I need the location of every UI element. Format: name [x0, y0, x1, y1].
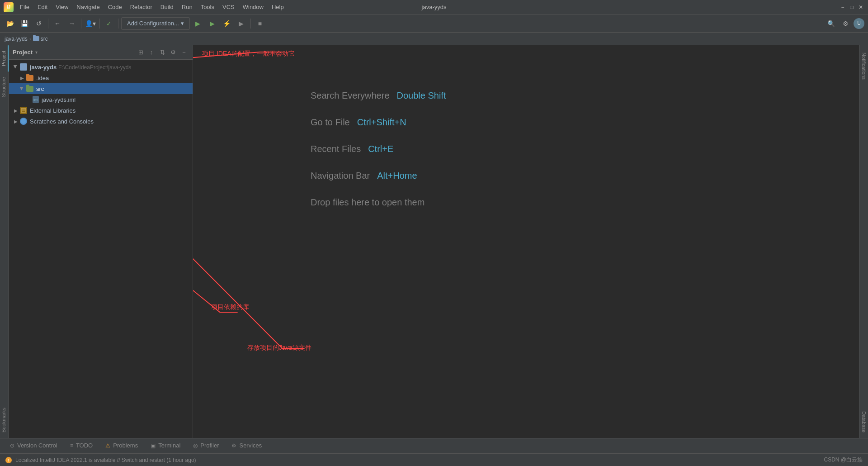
menu-tools[interactable]: Tools [197, 3, 218, 11]
title-bar-left: IJ File Edit View Navigate Code Refactor… [4, 2, 288, 12]
terminal-tab[interactable]: ▣ Terminal [144, 438, 187, 454]
structure-tab[interactable]: Structure [0, 71, 9, 103]
search-everywhere-button[interactable]: 🔍 [825, 17, 837, 30]
menu-refactor[interactable]: Refactor [127, 3, 156, 11]
forward-button[interactable]: → [66, 17, 78, 30]
welcome-row-search: Search Everywhere Double Shift [311, 90, 446, 101]
stop-button[interactable]: ■ [254, 17, 266, 30]
terminal-icon: ▣ [151, 442, 156, 449]
search-everywhere-shortcut: Double Shift [397, 90, 446, 101]
settings-panel-button[interactable]: ⚙ [168, 48, 178, 57]
menu-help[interactable]: Help [268, 3, 288, 11]
notifications-tab[interactable]: Notifications [860, 47, 868, 85]
project-panel: Project ▾ ⊞ ↕ ⇅ ⚙ − ▶ java-yyds E:\Code\… [9, 45, 193, 438]
problems-tab[interactable]: ⚠ Problems [99, 438, 144, 454]
breadcrumb: java-yyds › src [0, 33, 868, 45]
menu-file[interactable]: File [16, 3, 33, 11]
version-control-icon: ⊙ [10, 442, 14, 449]
debug-button[interactable]: ▶ [206, 17, 219, 30]
breadcrumb-project[interactable]: java-yyds [5, 36, 28, 42]
tree-arrow-idea: ▶ [19, 75, 25, 81]
sync-button[interactable]: ↺ [33, 17, 45, 30]
services-tab[interactable]: ⚙ Services [225, 438, 268, 454]
database-tab[interactable]: Database [860, 406, 868, 438]
tree-item-extlib[interactable]: ▶ External Libraries [9, 105, 193, 116]
menu-run[interactable]: Run [178, 3, 196, 11]
menu-view[interactable]: View [52, 3, 72, 11]
tree-arrow-extlib: ▶ [13, 107, 19, 114]
run-button[interactable]: ▶ [192, 17, 204, 30]
tree-item-scratch[interactable]: ▶ Scratches and Consoles [9, 116, 193, 127]
tree-item-src[interactable]: ▶ src [9, 83, 193, 94]
annotation-deps: 项目依赖的库 [211, 303, 249, 311]
toolbar-separator-4 [118, 19, 118, 29]
toolbar-separator-2 [81, 19, 81, 29]
tree-item-idea[interactable]: ▶ .idea [9, 72, 193, 83]
tree-label-extlib: External Libraries [30, 107, 75, 114]
menu-code[interactable]: Code [104, 3, 126, 11]
config-chevron-icon: ▾ [181, 20, 184, 27]
nav-bar-shortcut: Alt+Home [377, 171, 417, 181]
breadcrumb-separator: › [29, 36, 31, 42]
version-control-label: Version Control [17, 442, 57, 449]
profile-button[interactable]: 👤▾ [84, 17, 97, 30]
toolbar-right: 🔍 ⚙ U [825, 17, 864, 30]
editor-area: 项目 IDEA的配置，一般不会动它 Search Everywhere Doub… [193, 45, 859, 438]
collapse-all-button[interactable]: ↕ [146, 48, 156, 57]
add-configuration-button[interactable]: Add Configuration... ▾ [121, 17, 190, 30]
minimize-button[interactable]: − [839, 4, 846, 11]
panel-actions: ⊞ ↕ ⇅ ⚙ − [136, 48, 189, 57]
panel-title-chevron-icon[interactable]: ▾ [35, 50, 38, 55]
menu-vcs[interactable]: VCS [219, 3, 238, 11]
title-bar: IJ File Edit View Navigate Code Refactor… [0, 0, 868, 14]
problems-icon: ⚠ [105, 442, 110, 449]
bookmarks-tab[interactable]: Bookmarks [0, 402, 9, 438]
welcome-row-goto: Go to File Ctrl+Shift+N [311, 117, 446, 128]
save-button[interactable]: 💾 [18, 17, 31, 30]
status-csdn: CSDN @白云族 [824, 456, 863, 464]
maximize-button[interactable]: □ [848, 4, 855, 11]
goto-file-label: Go to File [311, 117, 350, 128]
close-button[interactable]: ✕ [857, 4, 864, 11]
project-tab[interactable]: Project [0, 45, 9, 71]
recent-files-shortcut: Ctrl+E [368, 144, 393, 154]
file-tree: ▶ java-yyds E:\Code\IdeaProject\java-yyd… [9, 60, 193, 438]
annotation-arrows [193, 45, 859, 438]
back-button[interactable]: ← [51, 17, 64, 30]
recent-files-label: Recent Files [311, 144, 361, 154]
settings-button[interactable]: ⚙ [839, 17, 852, 30]
menu-edit[interactable]: Edit [34, 3, 51, 11]
vcs-button[interactable]: ✓ [103, 17, 115, 30]
toolbar-separator-1 [48, 19, 48, 29]
tree-item-root[interactable]: ▶ java-yyds E:\Code\IdeaProject\java-yyd… [9, 62, 193, 72]
todo-tab[interactable]: ≡ TODO [64, 438, 99, 454]
tree-item-iml[interactable]: iml java-yyds.iml [9, 94, 193, 105]
profile-run-button[interactable]: ▶ [235, 17, 248, 30]
profiler-tab[interactable]: ◎ Profiler [187, 438, 225, 454]
menu-build[interactable]: Build [157, 3, 177, 11]
version-control-tab[interactable]: ⊙ Version Control [4, 438, 64, 454]
search-everywhere-label: Search Everywhere [311, 90, 390, 101]
menu-window[interactable]: Window [239, 3, 267, 11]
bottom-tab-bar: ⊙ Version Control ≡ TODO ⚠ Problems ▣ Te… [0, 438, 868, 453]
menu-navigate[interactable]: Navigate [73, 3, 103, 11]
tree-label-scratch: Scratches and Consoles [30, 118, 94, 125]
tree-label-idea: .idea [36, 75, 49, 81]
open-button[interactable]: 📂 [4, 17, 16, 30]
tree-arrow-scratch: ▶ [13, 118, 19, 124]
panel-title-label: Project [13, 49, 33, 56]
breadcrumb-src[interactable]: src [41, 36, 48, 42]
coverage-button[interactable]: ⚡ [221, 17, 233, 30]
window-title: java-yyds [422, 4, 447, 10]
right-panel-tabs: Notifications Database [859, 45, 868, 438]
welcome-row-recent: Recent Files Ctrl+E [311, 144, 446, 154]
annotation-src-files: 存放项目的Java源文件 [247, 344, 311, 352]
profiler-icon: ◎ [193, 442, 198, 449]
avatar-button[interactable]: U [854, 18, 864, 29]
compact-dirs-button[interactable]: ⊞ [136, 48, 146, 57]
goto-file-shortcut: Ctrl+Shift+N [357, 117, 406, 128]
welcome-row-nav: Navigation Bar Alt+Home [311, 171, 446, 181]
terminal-label: Terminal [158, 442, 180, 449]
expand-all-button[interactable]: ⇅ [157, 48, 167, 57]
hide-panel-button[interactable]: − [179, 48, 189, 57]
